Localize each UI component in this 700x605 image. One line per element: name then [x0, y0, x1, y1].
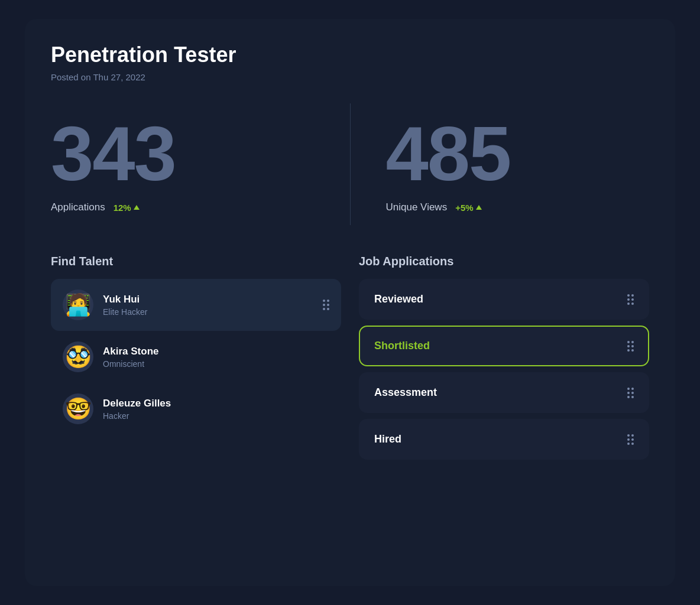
views-number: 485 [386, 115, 650, 192]
applications-stat: 343 Applications 12% [51, 103, 315, 225]
applications-number: 343 [51, 115, 315, 192]
views-label: Unique Views [386, 201, 448, 213]
talent-info-yuk-hui: Yuk Hui Elite Hacker [103, 294, 313, 317]
app-stage-shortlisted[interactable]: Shortlisted [359, 326, 649, 366]
app-stage-reviewed-label: Reviewed [374, 293, 423, 305]
find-talent-panel: Find Talent 🧑‍💻 Yuk Hui Elite Hacker [51, 255, 341, 435]
avatar-deleuze-gilles: 🤓 [63, 393, 93, 424]
avatar-yuk-hui: 🧑‍💻 [63, 290, 93, 320]
job-applications-title: Job Applications [359, 255, 649, 268]
talent-item-yuk-hui[interactable]: 🧑‍💻 Yuk Hui Elite Hacker [51, 279, 341, 331]
applications-change: 12% [114, 203, 140, 213]
stats-divider [350, 103, 351, 225]
talent-info-deleuze-gilles: Deleuze Gilles Hacker [103, 398, 329, 421]
app-stage-hired[interactable]: Hired [359, 419, 649, 460]
talent-role-yuk-hui: Elite Hacker [103, 307, 313, 317]
talent-role-deleuze-gilles: Hacker [103, 411, 329, 421]
header-section: Penetration Tester Posted on Thu 27, 202… [51, 43, 649, 82]
bottom-section: Find Talent 🧑‍💻 Yuk Hui Elite Hacker [51, 255, 649, 460]
job-applications-panel: Job Applications Reviewed Shortlisted [359, 255, 649, 460]
talent-list: 🧑‍💻 Yuk Hui Elite Hacker 🥸 Aki [51, 279, 341, 435]
posted-date: Posted on Thu 27, 2022 [51, 72, 649, 82]
applications-trend-up-icon [134, 205, 140, 210]
talent-name-yuk-hui: Yuk Hui [103, 294, 313, 305]
talent-role-akira-stone: Omniscient [103, 359, 329, 369]
views-stat: 485 Unique Views +5% [386, 103, 650, 225]
views-footer: Unique Views +5% [386, 201, 650, 213]
applications-footer: Applications 12% [51, 201, 315, 213]
app-stage-hired-label: Hired [374, 433, 401, 445]
applications-label: Applications [51, 201, 105, 213]
views-trend-up-icon [476, 205, 482, 210]
app-stage-assessment-options-icon[interactable] [627, 388, 634, 398]
stats-section: 343 Applications 12% 485 Unique Views +5… [51, 103, 649, 225]
find-talent-title: Find Talent [51, 255, 341, 268]
avatar-akira-stone: 🥸 [63, 341, 93, 372]
app-stage-shortlisted-label: Shortlisted [374, 340, 430, 352]
talent-item-akira-stone[interactable]: 🥸 Akira Stone Omniscient [51, 331, 341, 383]
app-stage-reviewed[interactable]: Reviewed [359, 279, 649, 320]
app-stage-assessment[interactable]: Assessment [359, 372, 649, 413]
talent-name-akira-stone: Akira Stone [103, 346, 329, 357]
talent-name-deleuze-gilles: Deleuze Gilles [103, 398, 329, 409]
talent-item-deleuze-gilles[interactable]: 🤓 Deleuze Gilles Hacker [51, 383, 341, 435]
app-stage-shortlisted-options-icon[interactable] [627, 341, 634, 352]
app-stage-hired-options-icon[interactable] [627, 434, 634, 445]
talent-info-akira-stone: Akira Stone Omniscient [103, 346, 329, 369]
views-change: +5% [455, 203, 481, 213]
app-stage-reviewed-options-icon[interactable] [627, 294, 634, 305]
applications-list: Reviewed Shortlisted [359, 279, 649, 460]
app-stage-assessment-label: Assessment [374, 386, 437, 399]
main-container: Penetration Tester Posted on Thu 27, 202… [25, 19, 675, 586]
talent-options-icon[interactable] [323, 300, 329, 310]
job-title: Penetration Tester [51, 43, 649, 67]
